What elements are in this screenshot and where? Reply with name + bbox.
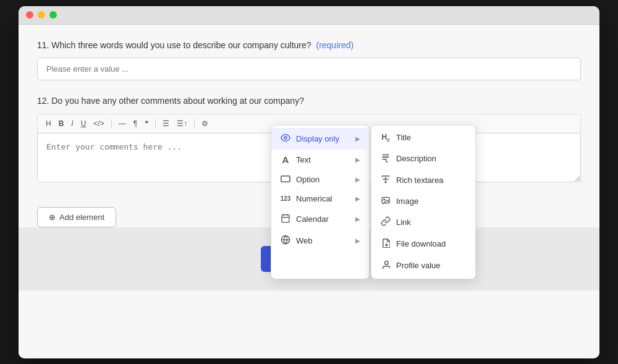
profile-value-icon	[380, 260, 391, 271]
image-icon	[380, 196, 391, 206]
sub-menu-item-file-download[interactable]: File download	[371, 233, 475, 255]
text-icon: A	[280, 154, 291, 165]
minimize-dot[interactable]	[38, 11, 45, 19]
display-only-icon	[280, 133, 291, 145]
question-12-number: 12.	[37, 96, 49, 106]
sub-menu-item-profile-value[interactable]: Profile value	[371, 255, 475, 276]
question-12-label: 12. Do you have any other comments about…	[37, 95, 581, 108]
add-element-icon: ⊕	[49, 213, 56, 222]
svg-point-0	[284, 137, 287, 139]
svg-point-17	[385, 261, 389, 265]
web-icon	[280, 235, 291, 247]
toolbar-sep-3	[194, 119, 195, 128]
toolbar-sep-1	[111, 119, 112, 128]
svg-rect-2	[282, 214, 289, 222]
toolbar-code[interactable]: </>	[91, 118, 106, 129]
option-arrow: ▶	[355, 176, 360, 183]
toolbar-quote[interactable]: ❝	[143, 118, 150, 129]
calendar-arrow: ▶	[355, 216, 360, 222]
question-12-text: Do you have any other comments about wor…	[51, 96, 304, 106]
sub-menu-item-title[interactable]: H2 Title	[371, 128, 475, 148]
description-icon	[380, 153, 391, 164]
option-icon	[280, 175, 291, 184]
display-only-arrow: ▶	[355, 135, 360, 142]
add-element-button[interactable]: ⊕ Add element	[37, 207, 116, 227]
menu-item-numerical-label: Numerical	[296, 194, 332, 203]
svg-rect-1	[281, 176, 290, 181]
title-icon: H2	[380, 133, 391, 143]
menu-item-option[interactable]: Option ▶	[271, 170, 369, 189]
toolbar-list[interactable]: ☰	[161, 118, 171, 129]
menu-item-display-only[interactable]: Display only ▶	[271, 128, 369, 150]
rich-textarea-icon	[380, 174, 391, 186]
toolbar-underline[interactable]: U	[79, 118, 88, 129]
main-content: 11. Which three words would you use to d…	[19, 25, 599, 358]
titlebar	[19, 6, 599, 25]
web-arrow: ▶	[355, 237, 360, 244]
maximize-dot[interactable]	[49, 11, 57, 19]
toolbar-ordered-list[interactable]: ☰↑	[175, 118, 189, 129]
app-window: 11. Which three words would you use to d…	[19, 6, 599, 358]
calendar-icon	[280, 213, 291, 225]
question-11-input[interactable]	[37, 57, 581, 80]
menu-item-calendar-label: Calendar	[296, 214, 329, 224]
numerical-arrow: ▶	[355, 195, 360, 202]
menu-item-display-only-label: Display only	[296, 134, 339, 143]
toolbar-h[interactable]: H	[44, 118, 53, 129]
numerical-icon: 123	[280, 195, 291, 202]
menu-item-calendar[interactable]: Calendar ▶	[271, 208, 369, 230]
menu-item-web-label: Web	[296, 236, 313, 245]
menu-item-option-label: Option	[296, 175, 320, 184]
toolbar-hr[interactable]: —	[117, 118, 128, 129]
toolbar-paragraph[interactable]: ¶	[132, 118, 139, 129]
question-11-required: (required)	[316, 40, 353, 50]
dropdown-main: Display only ▶ A Text ▶ Option	[271, 125, 370, 279]
sub-menu-item-title-label: Title	[396, 133, 411, 142]
link-icon	[380, 216, 391, 228]
text-arrow: ▶	[355, 156, 360, 163]
question-11-label: 11. Which three words would you use to d…	[37, 40, 581, 52]
sub-menu-item-description[interactable]: Description	[371, 148, 475, 169]
toolbar-bold[interactable]: B	[57, 118, 66, 129]
toolbar-settings[interactable]: ⚙	[200, 118, 210, 129]
sub-menu-item-image[interactable]: Image	[371, 191, 475, 211]
toolbar-sep-2	[155, 119, 156, 128]
sub-menu-item-link-label: Link	[396, 218, 411, 227]
menu-item-numerical[interactable]: 123 Numerical ▶	[271, 189, 369, 208]
menu-item-text-label: Text	[296, 155, 311, 164]
sub-menu-item-image-label: Image	[396, 197, 418, 206]
menu-item-text[interactable]: A Text ▶	[271, 150, 369, 170]
question-block-11: 11. Which three words would you use to d…	[37, 40, 581, 81]
sub-menu-item-file-download-label: File download	[396, 239, 446, 248]
add-element-label: Add element	[59, 213, 104, 222]
sub-menu-item-rich-textarea[interactable]: Rich textarea	[371, 169, 475, 191]
question-11-number: 11.	[37, 40, 49, 50]
sub-menu-item-rich-textarea-label: Rich textarea	[396, 176, 444, 185]
close-dot[interactable]	[26, 11, 33, 19]
toolbar-italic[interactable]: I	[69, 118, 75, 129]
sub-menu-item-profile-value-label: Profile value	[396, 261, 441, 270]
svg-rect-14	[382, 197, 389, 203]
sub-menu-item-link[interactable]: Link	[371, 211, 475, 233]
dropdown-menu-container: Display only ▶ A Text ▶ Option	[271, 125, 476, 279]
dropdown-sub: H2 Title Description	[371, 125, 476, 279]
svg-point-15	[384, 199, 385, 200]
sub-menu-item-description-label: Description	[396, 154, 436, 163]
question-11-text: Which three words would you use to descr…	[51, 40, 311, 50]
menu-item-web[interactable]: Web ▶	[271, 230, 369, 252]
file-download-icon	[380, 238, 391, 250]
